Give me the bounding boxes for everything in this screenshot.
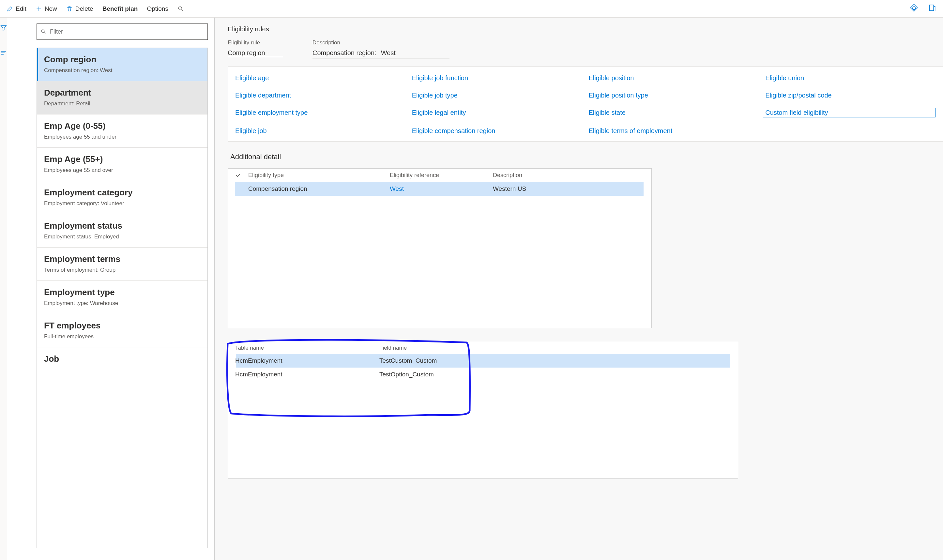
- list-item-title: Emp Age (55+): [44, 154, 200, 165]
- desc-label: Description: [312, 40, 449, 46]
- list-item[interactable]: FT employees Full-time employees: [37, 314, 208, 347]
- popout-button[interactable]: [928, 4, 937, 14]
- table-row[interactable]: HcmEmployment TestOption_Custom: [228, 368, 738, 381]
- search-icon: [177, 6, 184, 12]
- list-item-title: FT employees: [44, 321, 200, 331]
- eligibility-tabs: Eligible age Eligible job function Eligi…: [228, 66, 943, 142]
- list-item[interactable]: Emp Age (0-55) Employees age 55 and unde…: [37, 114, 208, 148]
- cell-field: TestOption_Custom: [379, 371, 731, 378]
- col-eligibility-type[interactable]: Eligibility type: [248, 172, 390, 179]
- additional-detail-title: Additional detail: [230, 152, 943, 161]
- svg-point-0: [178, 6, 182, 10]
- list-pane: Comp region Compensation region: West De…: [7, 18, 215, 560]
- new-label: New: [45, 5, 57, 12]
- diamond-icon: [910, 4, 918, 12]
- tab-eligible-zip[interactable]: Eligible zip/postal code: [765, 92, 935, 99]
- list-item-sub: Employees age 55 and over: [44, 167, 200, 174]
- list-item[interactable]: Employment terms Terms of employment: Gr…: [37, 248, 208, 281]
- cell-table: HcmEmployment: [235, 357, 379, 364]
- funnel-button[interactable]: [0, 24, 7, 32]
- cell-desc: Western US: [493, 185, 643, 192]
- rule-label: Eligibility rule: [228, 40, 283, 46]
- cell-type: Compensation region: [248, 185, 390, 192]
- delete-label: Delete: [75, 5, 93, 12]
- tab-eligible-employment-type[interactable]: Eligible employment type: [235, 109, 405, 117]
- tab-eligible-position-type[interactable]: Eligible position type: [589, 92, 759, 99]
- popout-icon: [928, 4, 937, 12]
- list-item[interactable]: Employment status Employment status: Emp…: [37, 214, 208, 248]
- col-description[interactable]: Description: [493, 172, 651, 179]
- cell-ref[interactable]: West: [390, 185, 493, 192]
- list-item-sub: Employment status: Employed: [44, 234, 200, 240]
- edit-button[interactable]: Edit: [6, 5, 26, 12]
- custom-field-grid[interactable]: Table name Field name HcmEmployment Test…: [228, 342, 738, 479]
- benefit-plan-button[interactable]: Benefit plan: [102, 5, 138, 12]
- tab-eligible-job[interactable]: Eligible job: [235, 127, 405, 135]
- tab-eligible-position[interactable]: Eligible position: [589, 74, 759, 82]
- options-button[interactable]: Options: [147, 5, 168, 12]
- rule-list[interactable]: Comp region Compensation region: West De…: [37, 48, 208, 548]
- options-label: Options: [147, 5, 168, 12]
- select-all-check[interactable]: [228, 172, 248, 179]
- list-item[interactable]: Comp region Compensation region: West: [37, 48, 208, 81]
- search-button[interactable]: [177, 6, 184, 12]
- tab-eligible-department[interactable]: Eligible department: [235, 92, 405, 99]
- tab-eligible-legal-entity[interactable]: Eligible legal entity: [412, 109, 582, 117]
- content-pane: Eligibility rules Eligibility rule Comp …: [215, 18, 943, 560]
- plus-icon: [35, 6, 42, 12]
- filter-wrap: [37, 23, 208, 40]
- list-item-sub: Compensation region: West: [44, 67, 200, 74]
- pencil-icon: [6, 6, 13, 12]
- command-bar: Edit New Delete Benefit plan Options: [0, 0, 943, 18]
- list-item-title: Employment type: [44, 287, 200, 297]
- check-icon: [235, 172, 242, 178]
- edit-label: Edit: [15, 5, 26, 12]
- list-item[interactable]: Employment category Employment category:…: [37, 181, 208, 214]
- table-row[interactable]: HcmEmployment TestCustom_Custom: [236, 354, 730, 368]
- tab-eligible-comp-region[interactable]: Eligible compensation region: [412, 127, 582, 135]
- desc-val[interactable]: West: [381, 49, 396, 58]
- cell-field: TestCustom_Custom: [379, 357, 730, 364]
- col-eligibility-ref[interactable]: Eligibility reference: [390, 172, 493, 179]
- tab-eligible-age[interactable]: Eligible age: [235, 74, 405, 82]
- tab-eligible-state[interactable]: Eligible state: [589, 109, 759, 117]
- rule-value[interactable]: Comp region: [228, 49, 265, 58]
- delete-button[interactable]: Delete: [66, 5, 93, 12]
- col-field-name[interactable]: Field name: [379, 345, 731, 351]
- diamond-button[interactable]: [910, 4, 918, 14]
- list-item[interactable]: Department Department: Retail: [37, 81, 208, 114]
- list-item-sub: Full-time employees: [44, 333, 200, 340]
- filter-input[interactable]: [37, 23, 208, 40]
- new-button[interactable]: New: [35, 5, 57, 12]
- tab-eligible-job-type[interactable]: Eligible job type: [412, 92, 582, 99]
- table-row[interactable]: Compensation region West Western US: [235, 182, 643, 196]
- list-item[interactable]: Employment type Employment type: Warehou…: [37, 281, 208, 314]
- list-item[interactable]: Emp Age (55+) Employees age 55 and over: [37, 148, 208, 181]
- tab-custom-field-eligibility[interactable]: Custom field eligibility: [763, 108, 935, 117]
- desc-key[interactable]: Compensation region:: [312, 49, 377, 58]
- svg-rect-1: [929, 5, 934, 11]
- list-item-title: Emp Age (0-55): [44, 121, 200, 131]
- lines-icon: [0, 49, 7, 57]
- list-item-title: Employment terms: [44, 254, 200, 264]
- list-item-title: Job: [44, 354, 200, 364]
- svg-point-2: [42, 30, 45, 32]
- left-rail: [0, 18, 7, 560]
- cell-table: HcmEmployment: [235, 371, 379, 378]
- tab-eligible-terms[interactable]: Eligible terms of employment: [589, 127, 759, 135]
- list-item[interactable]: Job: [37, 347, 208, 374]
- col-table-name[interactable]: Table name: [235, 345, 379, 351]
- search-icon: [40, 29, 46, 35]
- detail-grid[interactable]: Eligibility type Eligibility reference D…: [228, 168, 652, 328]
- lines-button[interactable]: [0, 49, 7, 57]
- list-item-title: Department: [44, 88, 200, 98]
- section-title: Eligibility rules: [228, 25, 943, 33]
- list-item-sub: Employment type: Warehouse: [44, 300, 200, 306]
- list-item-title: Employment category: [44, 188, 200, 198]
- list-item-title: Comp region: [44, 54, 200, 65]
- list-item-sub: Department: Retail: [44, 100, 200, 107]
- tab-eligible-job-function[interactable]: Eligible job function: [412, 74, 582, 82]
- trash-icon: [66, 6, 73, 12]
- tab-eligible-union[interactable]: Eligible union: [765, 74, 935, 82]
- list-item-sub: Employment category: Volunteer: [44, 200, 200, 207]
